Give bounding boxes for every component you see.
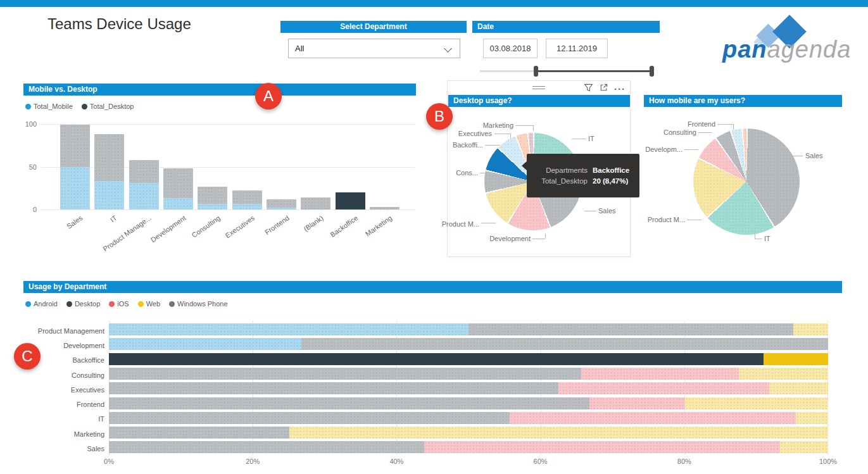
bar-development[interactable]: [109, 338, 828, 350]
x-axis-label: Consulting: [190, 214, 221, 239]
column-sales[interactable]: [60, 125, 90, 209]
date-slider-range[interactable]: [536, 70, 652, 72]
bar-sales[interactable]: [109, 441, 828, 453]
segment-total-desktop[interactable]: [60, 125, 90, 166]
segment-total-desktop[interactable]: [94, 134, 124, 181]
mobile-vs-desktop-legend: Total_MobileTotal_Desktop: [25, 103, 134, 110]
category-label: Frontend: [13, 397, 104, 411]
segment-total-mobile[interactable]: [94, 181, 124, 209]
mobile-users-pie[interactable]: [693, 128, 800, 235]
filter-icon[interactable]: [584, 83, 593, 95]
category-label: Product Management: [13, 323, 104, 338]
column-it[interactable]: [94, 134, 124, 209]
panagenda-logo: panagenda: [722, 36, 851, 63]
segment-ios[interactable]: [558, 382, 769, 394]
pie-label-executives: Executives: [443, 130, 492, 137]
x-axis-label: Marketing: [364, 214, 393, 238]
segment-desktop[interactable]: [301, 338, 828, 350]
legend-item-total-mobile[interactable]: Total_Mobile: [25, 103, 73, 110]
segment-ios[interactable]: [424, 441, 780, 453]
drag-handle-icon[interactable]: [532, 86, 545, 91]
date-end-input[interactable]: 12.11.2019: [546, 39, 608, 58]
segment-web[interactable]: [685, 397, 828, 409]
segment-android[interactable]: [109, 338, 301, 350]
column-frontend[interactable]: [267, 199, 296, 209]
bar-frontend[interactable]: [109, 397, 828, 409]
segment-desktop[interactable]: [109, 412, 510, 424]
legend-item-android[interactable]: Android: [25, 300, 58, 308]
segment-web[interactable]: [289, 427, 828, 439]
legend-item-total-desktop[interactable]: Total_Desktop: [82, 103, 134, 110]
pie-label-marketing: Marketing: [464, 122, 513, 129]
segment-total-desktop[interactable]: [198, 187, 227, 204]
category-label: Marketing: [13, 427, 104, 441]
segment-total-mobile[interactable]: [198, 204, 227, 209]
segment-total-desktop[interactable]: [232, 190, 262, 203]
segment-desktop[interactable]: [109, 397, 589, 409]
date-slider-handle-end[interactable]: [650, 66, 654, 77]
segment-web[interactable]: [796, 412, 828, 424]
bar-marketing[interactable]: [109, 427, 828, 439]
date-start-input[interactable]: 03.08.2018: [483, 39, 538, 58]
column-backoffice[interactable]: [336, 192, 365, 209]
pie-label-sales: Sales: [805, 152, 823, 159]
dashboard-page: Teams Device Usage Select Department All…: [0, 0, 868, 474]
x-axis-tick: 80%: [672, 458, 697, 465]
bar-consulting[interactable]: [109, 368, 828, 380]
department-dropdown[interactable]: All: [288, 39, 460, 58]
segment-total-desktop[interactable]: [336, 192, 365, 209]
focus-mode-icon[interactable]: [599, 83, 608, 95]
segment-total-desktop[interactable]: [163, 168, 193, 198]
segment-ios[interactable]: [589, 397, 685, 409]
segment-web[interactable]: [780, 441, 828, 453]
segment-total-mobile[interactable]: [129, 183, 159, 209]
column-development[interactable]: [163, 168, 193, 209]
segment-ios[interactable]: [510, 412, 796, 424]
segment-total-desktop[interactable]: [267, 199, 296, 208]
segment-total-mobile[interactable]: [232, 204, 262, 209]
bar-product-management[interactable]: [109, 323, 828, 335]
segment-web[interactable]: [793, 323, 828, 335]
segment-web[interactable]: [769, 382, 828, 394]
segment-web[interactable]: [764, 353, 828, 365]
segment-desktop[interactable]: [109, 368, 581, 380]
x-category: Backoffice: [336, 211, 365, 250]
legend-item-ios[interactable]: iOS: [109, 300, 129, 308]
segment-web[interactable]: [739, 368, 828, 380]
column-consulting[interactable]: [198, 187, 227, 209]
legend-item-windows-phone[interactable]: Windows Phone: [169, 300, 228, 308]
annotation-badge-b: B: [426, 103, 453, 130]
column-marketing[interactable]: [370, 207, 399, 209]
segment-total-mobile[interactable]: [267, 208, 296, 209]
category-label: Sales: [13, 441, 104, 456]
segment-total-desktop[interactable]: [301, 197, 330, 209]
segment-desktop[interactable]: [109, 441, 424, 453]
segment-ios[interactable]: [581, 368, 739, 380]
segment-desktop[interactable]: [109, 353, 764, 365]
segment-total-desktop[interactable]: [129, 160, 159, 183]
x-axis-tick: 60%: [528, 458, 553, 465]
legend-item-desktop[interactable]: Desktop: [66, 300, 100, 308]
column-product-manage[interactable]: [129, 160, 159, 209]
leader-line: [532, 239, 545, 239]
x-category: Marketing: [370, 211, 399, 250]
segment-desktop[interactable]: [109, 382, 558, 394]
usage-by-department-legend: AndroidDesktopiOSWebWindows Phone: [25, 300, 228, 308]
legend-item-web[interactable]: Web: [138, 300, 160, 308]
segment-total-mobile[interactable]: [60, 167, 90, 210]
column-blank[interactable]: [301, 197, 330, 209]
pie-label-consulting: Cons...: [443, 169, 478, 177]
segment-desktop[interactable]: [109, 427, 289, 439]
more-options-icon[interactable]: ···: [614, 84, 626, 94]
bar-executives[interactable]: [109, 382, 828, 394]
segment-android[interactable]: [109, 323, 469, 335]
column-executives[interactable]: [232, 190, 262, 209]
segment-total-mobile[interactable]: [163, 198, 193, 209]
legend-swatch: [82, 104, 87, 109]
segment-desktop[interactable]: [469, 323, 793, 335]
date-slider-handle-start[interactable]: [534, 66, 538, 77]
segment-total-desktop[interactable]: [370, 207, 399, 209]
bar-backoffice[interactable]: [109, 353, 828, 365]
legend-swatch: [66, 301, 72, 307]
bar-it[interactable]: [109, 412, 828, 424]
